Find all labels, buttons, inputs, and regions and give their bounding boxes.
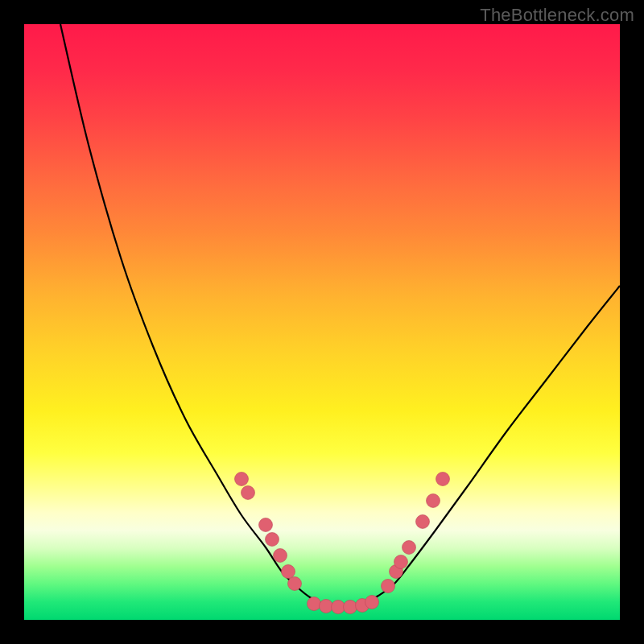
chart-overlay: [24, 24, 620, 620]
data-dot: [402, 541, 416, 555]
data-dot: [266, 533, 279, 547]
data-dot: [436, 473, 450, 486]
bottleneck-curve: [60, 24, 620, 606]
data-dot: [288, 577, 302, 591]
data-dot: [259, 518, 273, 532]
data-dot: [242, 486, 255, 500]
data-dot: [282, 565, 295, 579]
data-dot: [308, 597, 321, 611]
data-dots: [235, 473, 450, 614]
data-dot: [382, 580, 395, 593]
data-dot: [394, 555, 408, 569]
data-dot: [332, 601, 345, 614]
data-dot: [427, 494, 440, 508]
data-dot: [365, 596, 379, 609]
data-dot: [320, 600, 333, 613]
data-dot: [416, 515, 430, 529]
data-dot: [344, 601, 357, 614]
data-dot: [235, 473, 249, 486]
watermark-text: TheBottleneck.com: [480, 5, 634, 26]
data-dot: [274, 549, 287, 563]
